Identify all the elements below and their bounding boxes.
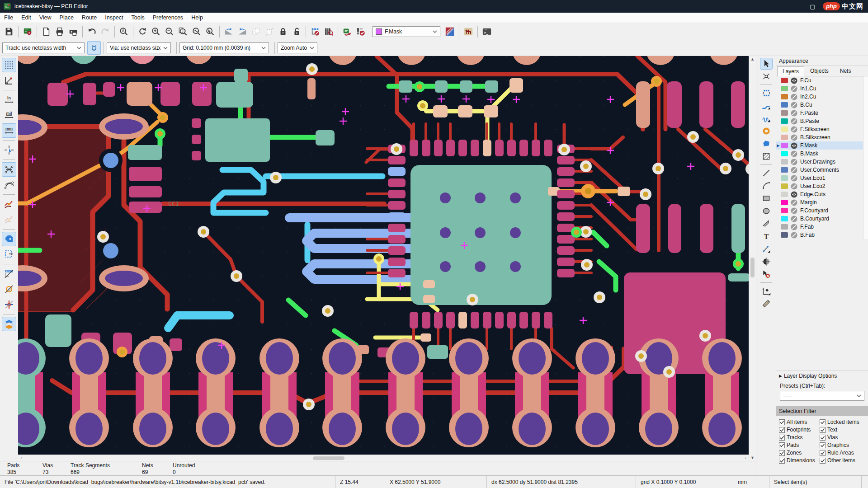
layer-row-f.cu[interactable]: F.Cu	[776, 76, 868, 84]
layer-hidden-icon[interactable]	[791, 134, 797, 141]
filter-dimensions[interactable]: Dimensions	[779, 457, 820, 464]
layer-visible-eye-icon[interactable]	[791, 77, 797, 84]
filter-locked-items[interactable]: Locked items	[820, 419, 865, 425]
ratsnest-button[interactable]	[2, 162, 16, 177]
save-button[interactable]	[2, 25, 16, 38]
filter-tracks[interactable]: Tracks	[779, 434, 820, 441]
print-button[interactable]	[53, 25, 66, 38]
sketch-vias-button[interactable]	[2, 297, 16, 312]
filter-other-items[interactable]: Other items	[820, 457, 865, 464]
filter-pads[interactable]: Pads	[779, 442, 820, 448]
layer-hidden-icon[interactable]	[791, 94, 797, 100]
cursor-shape-button[interactable]	[2, 143, 16, 157]
filter-zones[interactable]: Zones	[779, 450, 820, 456]
place-target-button[interactable]	[760, 256, 773, 267]
draw-zone-button[interactable]	[760, 138, 773, 150]
highlight-nets-button[interactable]	[2, 197, 16, 211]
sketch-pads-button[interactable]	[2, 282, 16, 296]
layer-color-swatch[interactable]	[781, 224, 788, 230]
layer-hidden-icon[interactable]	[791, 216, 797, 222]
track-width-select[interactable]: Track: use netclass width	[2, 42, 85, 53]
layer-row-b.paste[interactable]: B.Paste	[776, 117, 868, 125]
layer-row-user.eco1[interactable]: User.Eco1	[776, 174, 868, 182]
layer-hidden-icon[interactable]	[791, 150, 797, 157]
layer-row-user.eco2[interactable]: User.Eco2	[776, 182, 868, 190]
layer-visible-eye-icon[interactable]	[791, 142, 797, 149]
page-settings-button[interactable]	[39, 25, 53, 38]
menu-place[interactable]: Place	[56, 13, 78, 22]
scroll-up-icon[interactable]: ▲	[749, 56, 756, 62]
horizontal-scroll-thumb[interactable]	[313, 456, 344, 460]
filter-all-items[interactable]: All items	[779, 419, 820, 425]
horizontal-scrollbar[interactable]: ‹ ›	[18, 455, 749, 461]
zoom-out-button[interactable]	[163, 25, 176, 38]
zoom-selection-button[interactable]	[203, 25, 217, 38]
layer-select[interactable]: F.Mask	[373, 26, 440, 37]
layer-color-swatch[interactable]	[781, 183, 788, 189]
layer-row-f.silkscreen[interactable]: F.Silkscreen	[776, 125, 868, 133]
layer-hidden-icon[interactable]	[791, 232, 797, 239]
layer-color-swatch[interactable]	[781, 102, 788, 108]
layer-hidden-icon[interactable]	[791, 207, 797, 214]
dimension-button[interactable]	[760, 243, 773, 255]
place-text-button[interactable]: T	[760, 230, 773, 242]
draw-circle-button[interactable]	[760, 205, 773, 217]
local-ratsnest-button[interactable]	[760, 70, 773, 82]
layer-hidden-icon[interactable]	[791, 199, 797, 206]
layer-hidden-icon[interactable]	[791, 102, 797, 108]
plot-button[interactable]	[66, 25, 80, 38]
zone-outline-button[interactable]	[2, 247, 16, 262]
menu-inspect[interactable]: Inspect	[101, 13, 127, 22]
menu-view[interactable]: View	[35, 13, 56, 22]
layer-color-swatch[interactable]	[781, 143, 788, 148]
undo-button[interactable]	[85, 25, 99, 38]
library-browser-button[interactable]	[322, 25, 335, 38]
units-in-button[interactable]: in	[2, 93, 16, 107]
menu-file[interactable]: File	[0, 13, 17, 22]
filter-vias[interactable]: Vias	[820, 434, 865, 441]
units-mm-button[interactable]: mm	[2, 123, 16, 138]
maximize-button[interactable]: ▢	[805, 0, 820, 13]
vertical-scrollbar[interactable]: ▲ ▼	[749, 56, 756, 461]
layer-row-b.mask[interactable]: B.Mask	[776, 150, 868, 158]
layers-manager-button[interactable]	[2, 317, 16, 331]
layer-row-margin[interactable]: Margin	[776, 198, 868, 206]
filter-footprints[interactable]: Footprints	[779, 427, 820, 433]
place-footprint-button[interactable]	[760, 87, 773, 99]
vertical-scroll-thumb[interactable]	[750, 258, 755, 277]
menu-help[interactable]: Help	[187, 13, 207, 22]
menu-preferences[interactable]: Preferences	[149, 13, 187, 22]
draw-rect-button[interactable]	[760, 192, 773, 204]
expander-icon[interactable]: ▶	[779, 374, 782, 378]
layer-display-options[interactable]: ▶ Layer Display Options	[776, 370, 868, 381]
layer-color-swatch[interactable]	[781, 208, 788, 213]
board-setup-button[interactable]	[21, 25, 34, 38]
measure-button[interactable]	[760, 298, 773, 310]
track-posture-button[interactable]	[87, 41, 101, 55]
layer-row-f.fab[interactable]: F.Fab	[776, 223, 868, 231]
layer-hidden-icon[interactable]	[791, 183, 797, 190]
menu-route[interactable]: Route	[78, 13, 101, 22]
layer-row-in2.cu[interactable]: In2.Cu	[776, 93, 868, 101]
layer-row-f.paste[interactable]: F.Paste	[776, 109, 868, 117]
drc-button[interactable]	[354, 25, 368, 38]
layer-row-b.silkscreen[interactable]: B.Silkscreen	[776, 133, 868, 141]
minimize-button[interactable]: –	[789, 0, 805, 13]
layer-row-b.cu[interactable]: B.Cu	[776, 101, 868, 109]
layer-color-swatch[interactable]	[781, 94, 788, 99]
tab-objects[interactable]: Objects	[805, 66, 834, 76]
draw-arc-button[interactable]	[760, 180, 773, 192]
layer-color-swatch[interactable]	[781, 192, 788, 197]
layer-color-swatch[interactable]	[781, 78, 788, 83]
layer-color-swatch[interactable]	[781, 118, 788, 124]
refresh-button[interactable]	[136, 25, 149, 38]
select-arrow-button[interactable]	[760, 58, 773, 70]
grid-origin-button[interactable]	[760, 285, 773, 297]
via-size-select[interactable]: Via: use netclass sizes	[107, 42, 171, 53]
layer-hidden-icon[interactable]	[791, 126, 797, 133]
layer-color-swatch[interactable]	[781, 151, 788, 156]
footprint-editor-button[interactable]	[308, 25, 322, 38]
tab-nets[interactable]: Nets	[835, 66, 857, 76]
net-inspector-button[interactable]	[462, 25, 475, 38]
layer-color-swatch[interactable]	[781, 127, 788, 132]
